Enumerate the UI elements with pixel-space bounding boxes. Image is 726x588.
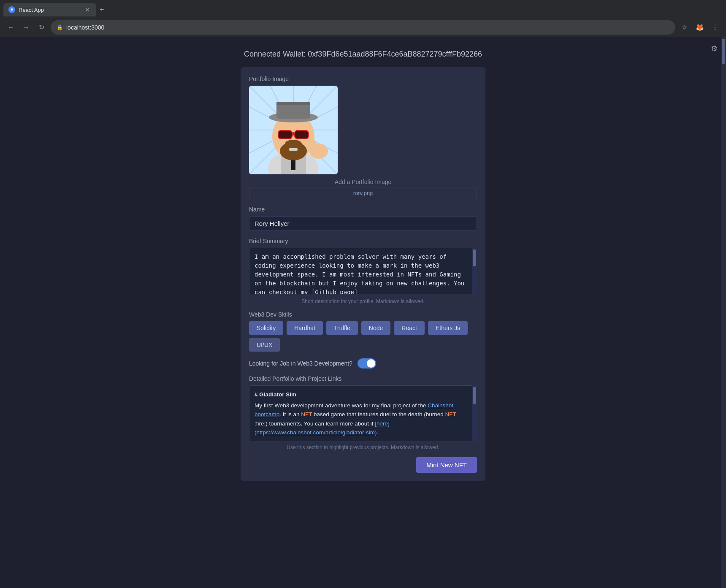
svg-point-35	[310, 140, 317, 148]
skills-label: Web3 Dev Skills	[249, 311, 477, 318]
settings-icon[interactable]: ⚙	[711, 44, 718, 53]
summary-textarea-wrapper: I am an accomplished problem solver with…	[249, 248, 477, 296]
summary-scrollbar[interactable]	[472, 248, 477, 296]
detailed-portfolio-hint: Use this section to highlight previous p…	[249, 444, 477, 450]
tab-favicon: ⚛	[8, 6, 15, 13]
svg-rect-27	[293, 132, 294, 135]
url-text: localhost:3000	[66, 24, 669, 31]
skill-uiux[interactable]: UI/UX	[249, 338, 280, 352]
summary-textarea[interactable]: I am an accomplished problem solver with…	[249, 248, 477, 294]
job-toggle-section: Looking for Job in Web3 Development?	[249, 358, 477, 369]
address-bar[interactable]: 🔒 localhost:3000	[51, 20, 675, 35]
extension-icon[interactable]: 🦊	[694, 22, 706, 33]
portfolio-image-label: Portfolio Image	[249, 76, 477, 82]
portfolio-title: # Gladiator Sim	[255, 390, 466, 399]
skill-hardhat[interactable]: Hardhat	[287, 321, 323, 335]
nav-bar: ← → ↻ 🔒 localhost:3000 ☆ 🦊 ⋮	[0, 17, 726, 37]
reload-button[interactable]: ↻	[35, 22, 47, 33]
job-toggle-label: Looking for Job in Web3 Development?	[249, 360, 352, 367]
name-label: Name	[249, 206, 477, 213]
wallet-address: Connected Wallet: 0xf39Fd6e51aad88F6F4ce…	[8, 46, 718, 59]
bookmark-button[interactable]: ☆	[679, 22, 691, 33]
mint-button-section: Mint New NFT	[249, 457, 477, 473]
nft-fire-text: NFT	[445, 411, 456, 417]
tab-close-button[interactable]: ✕	[84, 6, 91, 14]
new-tab-button[interactable]: +	[96, 5, 108, 14]
portfolio-scrollbar[interactable]	[472, 385, 477, 442]
image-filename-input[interactable]	[249, 187, 477, 199]
svg-rect-29	[295, 131, 308, 138]
summary-label: Brief Summary	[249, 238, 477, 244]
skill-node[interactable]: Node	[361, 321, 390, 335]
svg-rect-28	[279, 131, 292, 138]
name-section: Name	[249, 206, 477, 231]
active-tab[interactable]: ⚛ React App ✕	[3, 3, 96, 16]
nft-text: NFT	[301, 411, 312, 417]
back-button[interactable]: ←	[5, 22, 17, 33]
mint-nft-button[interactable]: Mint New NFT	[416, 457, 477, 473]
portfolio-image-section: Portfolio Image	[249, 76, 477, 199]
page-scrollbar-thumb	[722, 39, 725, 64]
svg-rect-32	[289, 148, 298, 151]
skill-react[interactable]: React	[394, 321, 425, 335]
summary-section: Brief Summary I am an accomplished probl…	[249, 238, 477, 304]
toggle-knob	[367, 359, 375, 368]
page-scrollbar[interactable]	[721, 37, 726, 588]
browser-chrome: ⚛ React App ✕ + ← → ↻ 🔒 localhost:3000 ☆…	[0, 0, 726, 37]
forward-button[interactable]: →	[20, 22, 32, 33]
portfolio-text: My first Web3 development adventure was …	[255, 401, 466, 437]
svg-rect-24	[276, 102, 310, 105]
job-toggle[interactable]	[358, 358, 376, 369]
skills-section: Web3 Dev Skills Solidity Hardhat Truffle…	[249, 311, 477, 352]
svg-point-31	[285, 140, 302, 148]
detailed-portfolio-display[interactable]: # Gladiator Sim My first Web3 developmen…	[249, 385, 477, 442]
add-image-text[interactable]: Add a Portfolio Image	[249, 179, 477, 185]
skills-buttons: Solidity Hardhat Truffle Node React Ethe…	[249, 321, 477, 352]
here-link[interactable]: [here](https://www.chainshot.com/article…	[255, 420, 390, 436]
portfolio-scrollbar-thumb	[473, 387, 476, 404]
portfolio-card: Portfolio Image	[241, 67, 485, 481]
detailed-portfolio-label: Detailed Portfolio with Project Links	[249, 375, 477, 382]
tab-bar: ⚛ React App ✕ +	[0, 0, 726, 17]
avatar-container	[249, 86, 338, 174]
avatar-image	[249, 86, 338, 174]
menu-button[interactable]: ⋮	[709, 22, 721, 33]
tab-title: React App	[19, 7, 80, 13]
skill-ethers[interactable]: Ethers Js	[428, 321, 468, 335]
page-content: ⚙ Connected Wallet: 0xf39Fd6e51aad88F6F4…	[0, 37, 726, 588]
name-input[interactable]	[249, 216, 477, 231]
skill-solidity[interactable]: Solidity	[249, 321, 283, 335]
chainshot-link[interactable]: Chainshot bootcamp	[255, 402, 453, 418]
summary-scrollbar-thumb	[473, 249, 476, 266]
detailed-portfolio-section: Detailed Portfolio with Project Links # …	[249, 375, 477, 450]
nav-actions: ☆ 🦊 ⋮	[679, 22, 721, 33]
detailed-portfolio-wrapper: # Gladiator Sim My first Web3 developmen…	[249, 385, 477, 442]
summary-hint: Short description for your profile. Mark…	[249, 298, 477, 304]
skill-truffle[interactable]: Truffle	[326, 321, 358, 335]
security-icon: 🔒	[57, 24, 63, 30]
